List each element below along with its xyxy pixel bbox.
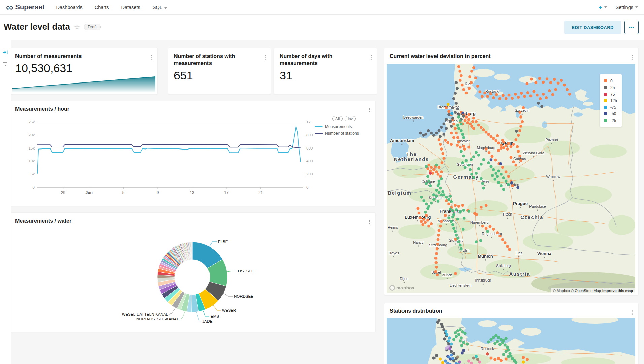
station-dot xyxy=(435,164,438,167)
deviation-map[interactable]: KielRostockSzczecinBremerhavenHamburgLee… xyxy=(387,64,635,293)
station-dot xyxy=(460,150,463,153)
nav-datasets[interactable]: Datasets xyxy=(121,5,140,10)
station-dot xyxy=(492,168,495,171)
station-dot xyxy=(463,217,466,220)
station-dot xyxy=(436,321,439,324)
station-dot xyxy=(529,94,533,97)
station-dot xyxy=(526,91,529,94)
station-dot xyxy=(462,341,465,344)
legend-all-button[interactable]: All xyxy=(332,116,343,121)
station-dot xyxy=(477,124,480,127)
station-dot xyxy=(439,187,442,190)
kebab-menu-icon[interactable] xyxy=(370,53,372,61)
station-dot xyxy=(447,103,450,106)
station-dot xyxy=(526,82,529,85)
svg-text:Troyes: Troyes xyxy=(388,251,399,255)
stations-map[interactable]: KielRostock xyxy=(387,318,635,364)
station-dot xyxy=(504,344,507,347)
station-dot xyxy=(551,93,554,96)
stations-map-canvas[interactable]: KielRostock xyxy=(387,318,635,364)
station-dot xyxy=(463,147,466,151)
station-dot xyxy=(429,172,432,175)
map-legend-item[interactable]: 75 xyxy=(604,91,617,98)
station-dot xyxy=(438,138,441,141)
map-legend-item[interactable]: -25 xyxy=(604,117,617,124)
kpi-title: Number of measurements xyxy=(15,53,144,60)
station-dot xyxy=(494,139,497,142)
map-legend-item[interactable]: 0 xyxy=(604,78,617,85)
station-dot xyxy=(461,351,464,354)
station-dot xyxy=(457,141,460,144)
station-dot xyxy=(450,200,453,203)
station-dot xyxy=(485,131,488,134)
kebab-menu-icon[interactable] xyxy=(151,53,153,61)
station-dot xyxy=(438,129,441,132)
svg-text:Rostock: Rostock xyxy=(485,89,499,93)
edit-dashboard-button[interactable]: EDIT DASHBOARD xyxy=(564,21,621,34)
legend-item[interactable]: Measurements xyxy=(315,124,374,129)
station-dot xyxy=(439,358,442,361)
station-dot xyxy=(435,195,438,198)
deviation-map-canvas[interactable]: KielRostockSzczecinBremerhavenHamburgLee… xyxy=(387,64,635,293)
svg-text:Leeuwarden: Leeuwarden xyxy=(403,115,423,119)
station-dot xyxy=(522,106,525,109)
station-dot xyxy=(447,113,450,116)
station-dot xyxy=(446,141,449,144)
station-dot xyxy=(450,342,453,345)
filter-icon[interactable] xyxy=(3,62,8,66)
station-dot xyxy=(546,77,549,80)
svg-text:Plzeň: Plzeň xyxy=(503,212,512,216)
station-dot xyxy=(456,136,459,139)
settings-menu[interactable]: Settings xyxy=(616,5,638,10)
station-dot xyxy=(437,234,440,237)
station-dot xyxy=(560,79,563,82)
superset-logo[interactable]: ∞ Superset xyxy=(6,2,45,12)
station-dot xyxy=(489,225,492,228)
svg-text:21: 21 xyxy=(258,190,263,195)
station-dot xyxy=(497,357,500,360)
svg-text:Vienna: Vienna xyxy=(537,251,552,256)
station-dot xyxy=(450,132,453,135)
station-dot xyxy=(542,93,545,96)
kebab-menu-icon[interactable] xyxy=(632,53,634,61)
station-dot xyxy=(469,168,472,171)
station-dot xyxy=(461,133,464,136)
station-dot xyxy=(501,238,504,241)
nav-dashboards[interactable]: Dashboards xyxy=(56,5,83,10)
station-dot xyxy=(437,238,440,241)
map-legend-item[interactable]: -50 xyxy=(604,111,617,118)
favorite-star-icon[interactable]: ☆ xyxy=(74,23,80,31)
station-dot xyxy=(455,208,458,211)
station-dot xyxy=(434,270,437,273)
hour-chart-legend: All Inv MeasurementsNumber of stations xyxy=(315,116,374,138)
expand-filters-icon[interactable] xyxy=(3,50,8,55)
station-dot xyxy=(510,145,513,148)
legend-item[interactable]: Number of stations xyxy=(315,131,374,136)
station-dot xyxy=(460,247,463,251)
station-dot xyxy=(438,166,441,169)
improve-map-link[interactable]: Improve this map xyxy=(602,289,633,293)
dashboard-more-button[interactable]: ••• xyxy=(624,21,639,34)
station-dot xyxy=(434,257,438,260)
svg-text:1k: 1k xyxy=(306,120,310,124)
kebab-menu-icon[interactable] xyxy=(264,53,266,61)
station-dot xyxy=(467,164,470,167)
water-donut-canvas[interactable]: ELBEOSTSEENORDSEEWESEREMSJADENORD-OSTSEE… xyxy=(10,213,376,332)
new-item-button[interactable]: + xyxy=(598,4,607,11)
station-dot xyxy=(470,158,473,161)
nav-charts[interactable]: Charts xyxy=(95,5,109,10)
map-legend-item[interactable]: -75 xyxy=(604,104,617,111)
station-dot xyxy=(472,117,475,120)
kebab-menu-icon[interactable] xyxy=(632,308,634,316)
nav-sql[interactable]: SQL xyxy=(153,5,167,10)
svg-text:OSTSEE: OSTSEE xyxy=(238,269,254,273)
station-dot xyxy=(441,190,444,193)
mapbox-wordmark: mapbox xyxy=(396,285,415,290)
map-legend-item[interactable]: 25 xyxy=(604,85,617,91)
measurements-sparkline xyxy=(12,72,155,93)
legend-inv-button[interactable]: Inv xyxy=(345,116,356,121)
map-legend-item[interactable]: 125 xyxy=(604,98,617,104)
svg-text:9: 9 xyxy=(157,190,159,195)
mapbox-logo[interactable]: mapbox xyxy=(389,285,415,291)
station-dot xyxy=(526,358,529,361)
